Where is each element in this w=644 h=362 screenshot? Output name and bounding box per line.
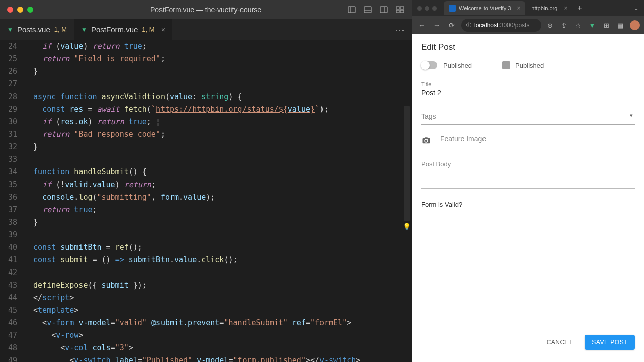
reading-list-icon[interactable]: ▤ [616,21,625,30]
post-body-field[interactable]: Post Body [421,159,635,189]
save-post-button[interactable]: SAVE POST [585,335,635,350]
maximize-window-icon[interactable] [432,6,437,11]
url-domain: localhost [474,22,498,29]
panel-bottom-icon[interactable] [363,5,372,14]
browser-navbar: ← → ⟳ ⓘ localhost:3000/posts ⊕ ⇪ ☆ ▼ ⊞ ▤ [412,16,644,34]
panel-right-icon[interactable] [379,5,388,14]
close-window-icon[interactable] [7,7,13,13]
tags-field[interactable]: Tags [421,109,635,125]
svg-rect-8 [396,10,399,13]
maximize-window-icon[interactable] [27,7,33,13]
form-valid-text: Form is Valid? [421,201,635,208]
tab-badge: 1, M [142,26,154,33]
url-path: /posts [513,22,529,29]
forward-button[interactable]: → [431,20,442,31]
svg-rect-0 [348,7,355,13]
tab-label: PostForm.vue [91,25,138,34]
url-port: :3000 [498,22,513,29]
layout-grid-icon[interactable] [395,5,405,14]
camera-icon [421,136,431,145]
reload-button[interactable]: ⟳ [446,20,457,31]
back-button[interactable]: ← [416,20,427,31]
share-icon[interactable]: ⇪ [559,21,569,30]
cancel-button[interactable]: CANCEL [540,335,580,350]
extensions-icon[interactable]: ⊞ [602,21,611,30]
close-window-icon[interactable] [417,6,422,11]
tab-bar: ▼ Posts.vue 1, M ▼ PostForm.vue 1, M × ⋯ [0,19,412,40]
code-content[interactable]: if (value) return true; return "Field is… [24,40,412,362]
published-switch[interactable]: Published [421,61,472,69]
new-tab-button[interactable]: + [573,4,586,13]
lightbulb-icon[interactable]: 💡 [403,220,411,233]
switch-label: Published [443,62,472,69]
browser-tab-title: httpbin.org [531,5,557,11]
window-title: PostForm.vue — the-vuetify-course [150,6,261,14]
svg-rect-6 [396,7,399,9]
svg-rect-2 [364,7,371,13]
profile-avatar[interactable] [630,20,640,30]
svg-rect-4 [380,7,387,13]
browser-window: Welcome to Vuetify 3 × httpbin.org × + ⌄… [412,0,644,362]
browser-traffic-lights [417,6,437,11]
traffic-lights [0,7,33,13]
titlebar: PostForm.vue — the-vuetify-course [0,0,412,19]
checkbox-icon [502,61,510,69]
field-label: Tags [421,109,635,123]
tab-badge: 1, M [54,26,67,33]
tab-overflow-icon[interactable]: ⋯ [395,19,412,40]
feature-image-row: Feature Image [421,135,635,146]
extension-vue-icon[interactable]: ▼ [588,21,597,30]
close-tab-icon[interactable]: × [564,5,567,12]
tab-overflow-icon[interactable]: ⌄ [634,5,644,12]
line-number-gutter: 2425262728293031323334353637383940414243… [0,40,24,362]
minimize-window-icon[interactable] [425,6,429,11]
svg-rect-7 [400,7,404,9]
code-editor[interactable]: 2425262728293031323334353637383940414243… [0,40,412,362]
browser-tab-strip: Welcome to Vuetify 3 × httpbin.org × + ⌄ [412,0,644,16]
feature-image-field[interactable]: Feature Image [440,135,635,146]
vue-file-icon: ▼ [81,26,87,33]
vue-file-icon: ▼ [7,26,13,33]
page-heading: Edit Post [421,42,635,52]
published-checkbox[interactable]: Published [502,61,544,69]
title-field[interactable]: Title Post 2 [421,81,635,99]
form-actions: CANCEL SAVE POST [421,335,635,354]
browser-tab-vuetify[interactable]: Welcome to Vuetify 3 × [444,1,525,15]
checkbox-label: Published [515,62,544,69]
tab-posts[interactable]: ▼ Posts.vue 1, M [0,19,74,40]
minimize-window-icon[interactable] [17,7,23,13]
vscode-window: PostForm.vue — the-vuetify-course ▼ Post… [0,0,412,362]
browser-tab-httpbin[interactable]: httpbin.org × [526,1,572,15]
browser-tab-title: Welcome to Vuetify 3 [459,5,511,11]
tab-label: Posts.vue [17,25,50,34]
panel-left-icon[interactable] [347,5,356,14]
minimap-scrollbar[interactable] [404,106,410,221]
published-row: Published Published [421,61,635,69]
close-tab-icon[interactable]: × [161,26,165,34]
site-info-icon[interactable]: ⓘ [466,22,471,29]
tab-postform[interactable]: ▼ PostForm.vue 1, M × [74,19,172,40]
close-tab-icon[interactable]: × [517,5,520,12]
address-bar[interactable]: ⓘ localhost:3000/posts [461,19,541,32]
page-content: Edit Post Published Published Title Post… [412,34,644,362]
field-label: Title [421,81,635,87]
bookmark-icon[interactable]: ☆ [574,21,583,30]
layout-controls [347,5,412,14]
field-value: Post 2 [421,87,635,98]
svg-rect-9 [400,10,404,13]
switch-icon [421,61,437,69]
translate-icon[interactable]: ⊕ [545,21,554,30]
favicon-icon [449,5,456,12]
